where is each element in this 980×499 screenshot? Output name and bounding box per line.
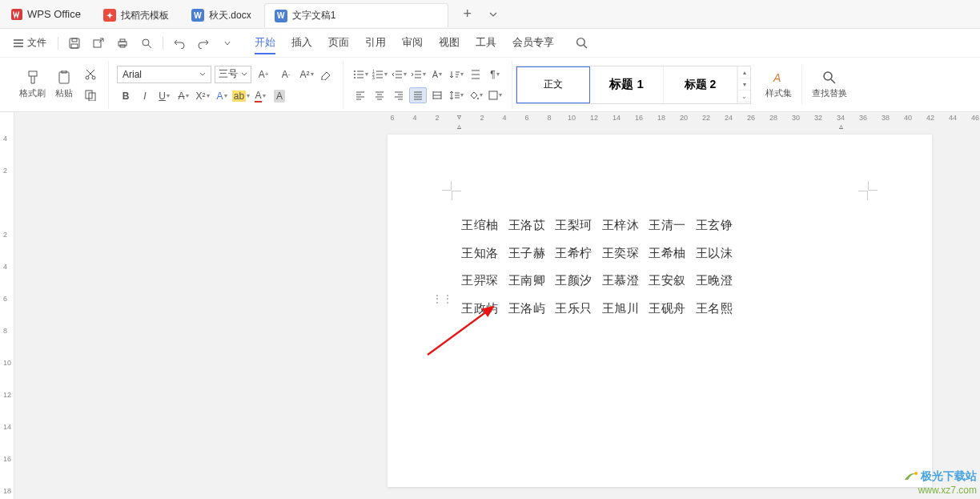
underline-button[interactable]: U▾: [155, 88, 173, 104]
line-spacing-button[interactable]: ▾: [448, 87, 465, 103]
cut-button[interactable]: [81, 66, 100, 82]
word-doc-icon: W: [275, 10, 287, 22]
search-icon: [576, 37, 588, 49]
align-right-button[interactable]: [390, 87, 408, 103]
save-button[interactable]: [63, 32, 86, 54]
svg-point-26: [824, 72, 832, 80]
print-preview-button[interactable]: [135, 32, 158, 54]
tab-menu-button[interactable]: [482, 3, 504, 26]
align-justify-button[interactable]: [409, 87, 427, 103]
chevron-down-icon: [241, 71, 247, 78]
qat-dropdown[interactable]: [216, 32, 239, 54]
svg-rect-6: [120, 39, 125, 42]
group-font: Arial 三号 A+ A- A²▾ B I U▾ A▾ X²▾ A▾ ab: [109, 61, 343, 109]
ruler-indent-marker-top[interactable]: ▿: [457, 112, 461, 121]
tab-view[interactable]: 视图: [439, 32, 460, 54]
style-up-button[interactable]: ▴: [737, 66, 750, 78]
search-button[interactable]: [570, 32, 592, 54]
tab-page[interactable]: 页面: [328, 32, 349, 54]
style-body-label: 正文: [544, 78, 563, 91]
distributed-button[interactable]: [428, 87, 446, 103]
scissors-icon: [85, 69, 96, 80]
style-h2-label: 标题 2: [685, 78, 717, 92]
sort-button[interactable]: ▾: [448, 66, 465, 82]
document-content[interactable]: 王绾柚王洛苡王梨珂王梓沐王清一王玄铮 王知洛王子赫王希柠王奕琛王希柚王以沫 王羿…: [461, 211, 858, 322]
style-body[interactable]: 正文: [516, 66, 590, 103]
style-heading2[interactable]: 标题 2: [664, 66, 737, 103]
margin-corner-tl: [452, 191, 461, 200]
style-heading1[interactable]: 标题 1: [590, 66, 664, 103]
align-left-button[interactable]: [351, 87, 369, 103]
file-label: 文件: [27, 36, 46, 50]
margin-corner-tl-outer: [442, 181, 452, 191]
tab-doc-current[interactable]: W 文字文稿1: [264, 3, 448, 27]
bullet-list-button[interactable]: ▾: [351, 66, 369, 82]
ruler-indent-marker-bottom[interactable]: ▵: [457, 122, 461, 131]
export-button[interactable]: [87, 32, 110, 54]
svg-point-18: [354, 74, 355, 75]
svg-rect-10: [29, 71, 37, 76]
number-list-button[interactable]: 123▾: [371, 66, 388, 82]
align-left-icon: [355, 91, 365, 100]
file-menu-button[interactable]: 文件: [6, 36, 53, 50]
paragraph-mark-button[interactable]: ¶▾: [486, 66, 504, 82]
tab-doc-autumn[interactable]: W 秋天.docx: [182, 3, 261, 27]
spacing-icon: [471, 70, 480, 79]
font-size-select[interactable]: 三号: [215, 66, 251, 83]
font-size: 三号: [219, 67, 238, 81]
paste-button[interactable]: 粘贴: [50, 68, 78, 101]
tab-insert[interactable]: 插入: [291, 32, 312, 54]
font-color-button[interactable]: A▾: [251, 88, 269, 104]
italic-button[interactable]: I: [136, 88, 154, 104]
tab-review[interactable]: 审阅: [402, 32, 423, 54]
align-center-button[interactable]: [371, 87, 388, 103]
horizontal-ruler[interactable]: 6422468101214161820222426283032343638404…: [381, 114, 980, 122]
tab-tools[interactable]: 工具: [476, 32, 496, 54]
borders-button[interactable]: ▾: [486, 87, 504, 103]
strikethrough-button[interactable]: A▾: [175, 88, 192, 104]
tab-member[interactable]: 会员专享: [512, 32, 554, 54]
copy-icon: [85, 90, 96, 101]
tab-references[interactable]: 引用: [365, 32, 386, 54]
shading-para-button[interactable]: ▾: [467, 87, 484, 103]
clear-format-button[interactable]: [317, 66, 335, 82]
decrease-indent-button[interactable]: ▾: [390, 66, 408, 82]
tab-start[interactable]: 开始: [255, 32, 275, 54]
highlight-button[interactable]: ab▾: [232, 88, 250, 104]
svg-rect-2: [72, 38, 77, 42]
style-expand-button[interactable]: ⌄: [737, 91, 750, 103]
change-case-button[interactable]: A²▾: [298, 66, 315, 82]
distribute-icon: [432, 91, 442, 100]
bold-button[interactable]: B: [117, 88, 135, 104]
text-line: 王羿琛王南卿王颜汐王慕澄王安叙王晚澄: [461, 267, 858, 295]
paragraph-drag-handle[interactable]: ⋮⋮: [432, 296, 453, 301]
ruler-right-marker[interactable]: ▵: [839, 122, 843, 131]
superscript-button[interactable]: X²▾: [194, 88, 211, 104]
shrink-font-button[interactable]: A-: [275, 66, 296, 82]
undo-button[interactable]: [168, 32, 191, 54]
find-replace-button[interactable]: 查找替换: [807, 68, 852, 101]
style-set-button[interactable]: A 样式集: [761, 68, 797, 101]
font-family-select[interactable]: Arial: [117, 66, 211, 83]
page-viewport[interactable]: 6422468101214161820222426283032343638404…: [14, 112, 980, 499]
text-direction-button[interactable]: Ā▾: [428, 66, 446, 82]
copy-button[interactable]: [81, 87, 100, 103]
increase-indent-button[interactable]: ▾: [409, 66, 427, 82]
shading-button[interactable]: A: [271, 88, 288, 104]
watermark-logo-icon: [903, 469, 919, 485]
vertical-ruler[interactable]: 4224681012141618: [0, 112, 14, 499]
print-button[interactable]: [111, 32, 134, 54]
style-gallery: 正文 标题 1 标题 2 ▴ ▾ ⌄: [516, 66, 751, 104]
grow-font-button[interactable]: A+: [253, 66, 274, 82]
separator: [801, 65, 802, 105]
line-spacing-top-button[interactable]: [467, 66, 484, 82]
new-tab-button[interactable]: +: [456, 3, 479, 26]
style-down-button[interactable]: ▾: [737, 78, 750, 91]
format-painter-button[interactable]: 格式刷: [14, 68, 50, 101]
tab-templates[interactable]: ✦ 找稻壳模板: [94, 3, 179, 27]
redo-button[interactable]: [192, 32, 215, 54]
page: ⋮⋮ 王绾柚王洛苡王梨珂王梓沐王清一王玄铮 王知洛王子赫王希柠王奕琛王希柚王以沫…: [388, 135, 932, 487]
wps-logo-icon: [11, 9, 22, 20]
text-effect-button[interactable]: A▾: [213, 88, 231, 104]
redo-icon: [198, 38, 209, 49]
